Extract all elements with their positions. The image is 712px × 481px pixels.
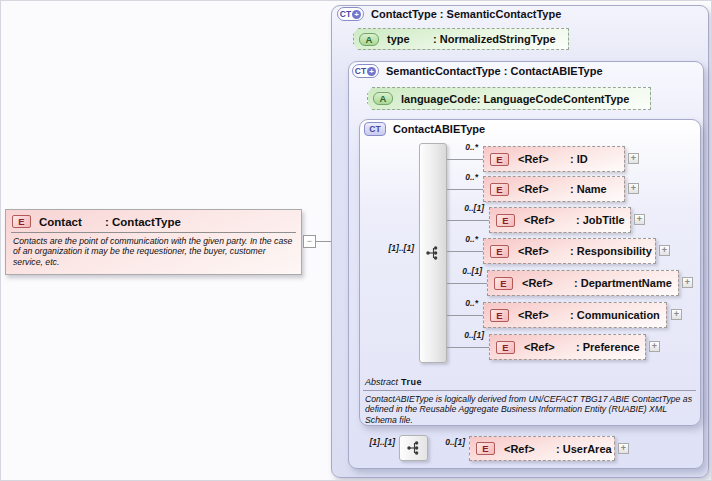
cardinality-label: [1]..[1] <box>372 243 414 253</box>
cardinality-label: 0..[1] <box>442 203 484 213</box>
element-ref-communication[interactable]: E <Ref> : Communication <box>483 302 667 328</box>
panel-title: ContactType : SemanticContactType <box>371 8 561 20</box>
element-name: <Ref> <box>518 309 570 321</box>
cardinality-label: 0..[1] <box>425 437 465 447</box>
element-name: <Ref> <box>518 245 570 257</box>
cardinality-label: 0..* <box>436 234 478 244</box>
derived-plus-icon: + <box>352 10 361 19</box>
panel-title: SemanticContactType : ContactABIEType <box>386 65 603 77</box>
element-ref-preference[interactable]: E <Ref> : Preference <box>489 334 646 360</box>
element-annotation: Contacts are the point of communication … <box>6 233 301 270</box>
expand-button[interactable]: + <box>671 309 682 320</box>
element-type: : Preference <box>576 341 640 353</box>
sequence-icon <box>406 440 422 456</box>
element-icon: E <box>490 153 509 166</box>
sequence-compositor[interactable] <box>399 435 428 461</box>
cardinality-label: 0..[1] <box>440 266 482 276</box>
panel-contacttype-header: CT+ ContactType : SemanticContactType <box>337 7 561 21</box>
expand-button[interactable]: + <box>649 341 660 352</box>
complextype-icon: CT+ <box>352 64 379 78</box>
element-name: <Ref> <box>524 214 576 226</box>
element-icon: E <box>496 214 515 227</box>
attribute-type-text: : NormalizedStringType <box>433 33 556 45</box>
element-type: : JobTitle <box>576 214 625 226</box>
cardinality-label: 0..* <box>436 142 478 152</box>
divider <box>363 390 696 391</box>
connector-line <box>447 189 483 190</box>
panel-semanticcontacttype-header: CT+ SemanticContactType : ContactABIETyp… <box>352 64 603 78</box>
cardinality-label: 0..* <box>436 172 478 182</box>
connector-line <box>447 251 483 252</box>
element-icon: E <box>494 277 513 290</box>
element-icon: E <box>490 183 509 196</box>
connector-line <box>447 220 489 221</box>
panel-title: ContactABIEType <box>393 123 485 135</box>
connector-line <box>447 347 489 348</box>
cardinality-label: 0..* <box>436 298 478 308</box>
element-icon: E <box>476 442 495 455</box>
element-icon: E <box>496 341 515 354</box>
element-ref-userarea[interactable]: E <Ref> : UserArea <box>469 436 615 461</box>
element-icon: E <box>490 309 509 322</box>
expand-button[interactable]: + <box>634 214 645 225</box>
element-name: <Ref> <box>522 277 574 289</box>
abstract-facet-label: Abstract <box>365 377 398 387</box>
attribute-name: languageCode <box>401 93 477 105</box>
attribute-name: type <box>387 33 433 45</box>
ct-label: CT <box>355 66 366 76</box>
connector-line <box>447 315 483 316</box>
panel-contactabietype-header: CT ContactABIEType <box>364 122 485 136</box>
attribute-type-text: : LanguageCodeContentType <box>477 93 630 105</box>
connector-line <box>447 159 483 160</box>
element-name: <Ref> <box>518 183 570 195</box>
element-type: : Name <box>570 183 607 195</box>
ct-label: CT <box>340 9 351 19</box>
element-ref-jobtitle[interactable]: E <Ref> : JobTitle <box>489 207 631 233</box>
element-icon: E <box>12 215 31 228</box>
expand-button[interactable]: + <box>682 277 693 288</box>
element-type: : ID <box>570 153 588 165</box>
element-type: : DepartmentName <box>574 277 672 289</box>
sequence-icon <box>425 245 441 261</box>
connector-line <box>447 283 487 284</box>
complextype-icon: CT+ <box>337 7 364 21</box>
cardinality-label: 0..[1] <box>442 330 484 340</box>
element-name: <Ref> <box>524 341 576 353</box>
element-name: <Ref> <box>518 153 570 165</box>
element-type: : ContactType <box>105 216 181 228</box>
derived-plus-icon: + <box>367 67 376 76</box>
attribute-languagecode[interactable]: A languageCode : LanguageCodeContentType <box>367 87 651 110</box>
element-name: <Ref> <box>504 443 556 455</box>
element-type: : UserArea <box>556 443 612 455</box>
schema-diagram-canvas: E Contact : ContactType Contacts are the… <box>0 0 712 481</box>
element-name: Contact <box>39 216 97 228</box>
expand-button[interactable]: + <box>628 183 639 194</box>
attribute-icon: A <box>373 92 393 105</box>
complextype-icon: CT <box>364 122 386 136</box>
attribute-type[interactable]: A type : NormalizedStringType <box>353 28 569 50</box>
element-type: : Responsibility <box>570 245 652 257</box>
element-ref-id[interactable]: E <Ref> : ID <box>483 146 625 172</box>
attribute-icon: A <box>359 33 379 46</box>
element-type: : Communication <box>570 309 660 321</box>
abstract-facet-value: True <box>401 377 422 387</box>
panel-annotation: ContactABIEType is logically derived fro… <box>365 394 697 425</box>
element-icon: E <box>490 245 509 258</box>
element-ref-departmentname[interactable]: E <Ref> : DepartmentName <box>487 270 679 296</box>
element-ref-responsibility[interactable]: E <Ref> : Responsibility <box>483 238 656 264</box>
element-ref-name[interactable]: E <Ref> : Name <box>483 176 625 202</box>
expand-button[interactable]: + <box>618 443 629 454</box>
expand-button[interactable]: + <box>659 245 670 256</box>
cardinality-label: [1]..[1] <box>353 437 395 447</box>
element-contact[interactable]: E Contact : ContactType Contacts are the… <box>5 209 302 275</box>
expand-button[interactable]: + <box>628 153 639 164</box>
